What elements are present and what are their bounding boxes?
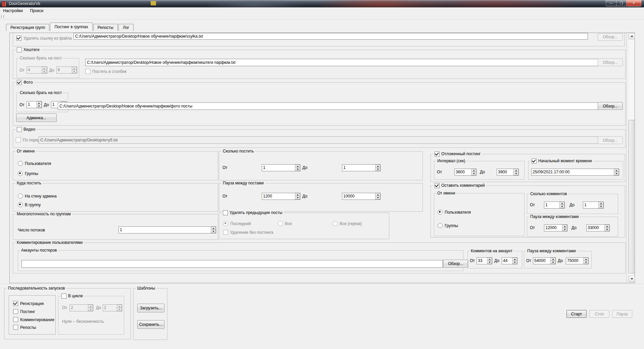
target-admin-wall-radio[interactable] [18, 193, 23, 199]
poster-accounts-input[interactable] [21, 260, 443, 268]
spin-down-icon[interactable] [375, 196, 380, 200]
link-browse-button[interactable]: Обзор... [598, 33, 623, 41]
post-count-from-spinner[interactable]: 1 [262, 164, 300, 171]
photo-path-input[interactable]: C:/Users/Администратор/Desktop/Новое обу… [58, 102, 598, 110]
delete-previous-checkbox[interactable] [223, 210, 228, 215]
spin-up-icon[interactable] [604, 225, 609, 228]
load-template-button[interactable]: Загрузить... [137, 304, 164, 312]
start-time-checkbox[interactable] [532, 159, 537, 164]
hashtags-from-spinner[interactable]: 4 [27, 67, 47, 74]
tab-log[interactable]: Лог [118, 24, 134, 31]
sequence-reposts-checkbox[interactable] [13, 325, 18, 330]
post-pause-to-spinner[interactable]: 10000 [342, 193, 381, 200]
spin-down-icon[interactable] [295, 168, 300, 171]
spin-down-icon[interactable] [550, 261, 555, 264]
spin-down-icon[interactable] [471, 172, 476, 175]
spin-up-icon[interactable] [550, 258, 555, 261]
comment-count-to-spinner[interactable]: 1 [583, 202, 604, 209]
spin-up-icon[interactable] [559, 202, 564, 205]
link-removal-checkbox[interactable] [16, 36, 21, 41]
spin-up-icon[interactable] [295, 165, 300, 168]
deferred-checkbox[interactable] [435, 151, 440, 157]
spin-down-icon[interactable] [583, 261, 588, 264]
spin-down-icon[interactable] [295, 196, 300, 200]
spin-up-icon[interactable] [72, 67, 77, 70]
spin-up-icon[interactable] [513, 169, 518, 172]
sequence-registration-checkbox[interactable] [13, 301, 18, 306]
user-pause-from-spinner[interactable]: 54000 [533, 257, 556, 264]
cycle-from-spinner[interactable]: 2 [69, 304, 93, 311]
minimize-button[interactable]: — [606, 0, 616, 6]
spin-up-icon[interactable] [512, 258, 517, 261]
menu-proxy[interactable]: Прокси [27, 7, 46, 14]
spin-down-icon[interactable] [37, 104, 42, 108]
interval-to-spinner[interactable]: 3900 [497, 169, 519, 176]
hashtags-path-input[interactable]: C:/Users/Администратор/Desktop/Новое обу… [85, 59, 598, 66]
stop-button[interactable]: Стоп [589, 310, 609, 318]
hashtags-checkbox[interactable] [17, 47, 22, 52]
post-count-to-spinner[interactable]: 1 [342, 164, 381, 171]
post-pause-from-spinner[interactable]: 1200 [262, 193, 300, 200]
hashtags-to-spinner[interactable]: 6 [56, 67, 77, 74]
spin-up-icon[interactable] [37, 101, 42, 104]
delete-without-posting-checkbox[interactable] [223, 230, 228, 235]
spin-up-icon[interactable] [375, 193, 380, 196]
spin-down-icon[interactable] [559, 205, 564, 208]
video-checkbox[interactable] [17, 127, 22, 132]
sequence-posting-checkbox[interactable] [13, 309, 18, 314]
scroll-down-icon[interactable] [629, 276, 635, 282]
spin-up-icon[interactable] [614, 169, 619, 172]
post-as-group-radio[interactable] [18, 171, 23, 176]
spin-up-icon[interactable] [211, 227, 216, 230]
spin-up-icon[interactable] [295, 193, 300, 196]
spin-up-icon[interactable] [562, 225, 567, 228]
delete-all-repeat-radio[interactable] [333, 221, 338, 226]
photo-from-spinner[interactable]: 1 [27, 101, 42, 108]
per-account-to-spinner[interactable]: 44 [502, 257, 517, 264]
hashtags-browse-button[interactable]: Обзор... [598, 58, 623, 66]
spin-up-icon[interactable] [598, 202, 603, 205]
spin-up-icon[interactable] [117, 305, 122, 308]
interval-from-spinner[interactable]: 3600 [454, 169, 477, 176]
maximize-button[interactable]: ❐ [616, 0, 627, 6]
cycle-to-spinner[interactable]: 2 [103, 304, 122, 311]
admin-button[interactable]: Админка... [16, 114, 57, 122]
video-path-input[interactable]: C:/Users/Администратор/Desktop/ютуб.txt [39, 136, 598, 144]
comment-pause-to-spinner[interactable]: 33000 [586, 224, 610, 231]
video-in-order-checkbox[interactable] [16, 137, 21, 142]
spin-up-icon[interactable] [471, 169, 476, 172]
spin-up-icon[interactable] [88, 305, 93, 308]
start-button[interactable]: Старт [566, 310, 587, 318]
scrollbar-thumb[interactable] [629, 120, 635, 273]
video-browse-button[interactable]: Обзор... [598, 136, 623, 144]
per-account-from-spinner[interactable]: 33 [477, 257, 492, 264]
comment-as-user-radio[interactable] [438, 210, 443, 215]
cycle-checkbox[interactable] [61, 294, 66, 299]
photo-browse-button[interactable]: Обзор... [598, 102, 623, 110]
menu-settings[interactable]: Настройки [0, 7, 26, 14]
target-group-radio[interactable] [18, 202, 23, 207]
link-file-path-input[interactable]: C:/Users/Администратор/Desktop/Новое обу… [73, 33, 588, 40]
leave-comment-checkbox[interactable] [435, 183, 440, 188]
accounts-browse-button[interactable]: Обзор... [443, 260, 468, 268]
spin-down-icon[interactable] [487, 261, 492, 264]
spin-down-icon[interactable] [117, 308, 122, 311]
post-as-user-radio[interactable] [18, 161, 23, 166]
spin-up-icon[interactable] [487, 258, 492, 261]
vertical-scrollbar[interactable] [629, 33, 634, 282]
spin-down-icon[interactable] [598, 205, 603, 208]
spin-down-icon[interactable] [42, 70, 47, 73]
sequence-commenting-checkbox[interactable] [13, 317, 18, 322]
spin-down-icon[interactable] [604, 228, 609, 231]
spin-down-icon[interactable] [562, 228, 567, 231]
spin-down-icon[interactable] [512, 261, 517, 264]
close-button[interactable]: ✕ [627, 0, 641, 6]
delete-all-radio[interactable] [278, 221, 283, 226]
spin-up-icon[interactable] [42, 67, 47, 70]
comment-count-from-spinner[interactable]: 1 [544, 202, 565, 209]
user-pause-to-spinner[interactable]: 75000 [566, 257, 589, 264]
tab-group-registration[interactable]: Регистрация групп [6, 24, 49, 31]
comment-as-group-radio[interactable] [438, 223, 443, 228]
spin-down-icon[interactable] [614, 172, 619, 175]
pause-button[interactable]: Пауза [612, 310, 632, 318]
